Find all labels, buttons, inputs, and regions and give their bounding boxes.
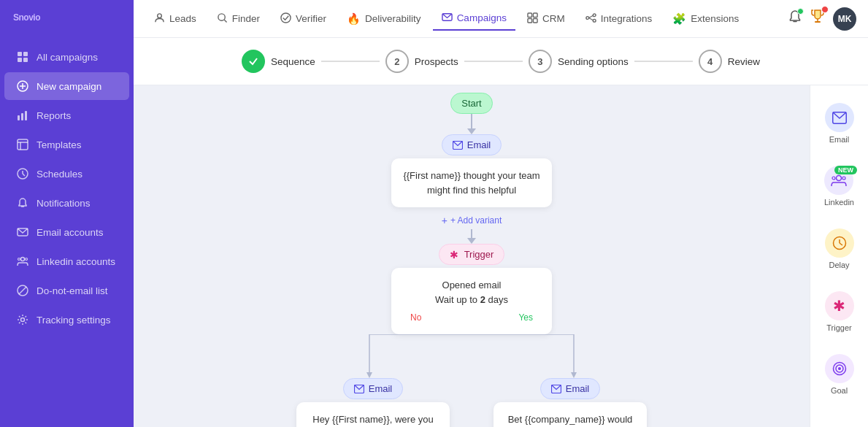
sidebar-item-new-campaign[interactable]: New campaign xyxy=(4,72,129,100)
start-node[interactable]: Start xyxy=(450,93,492,114)
svg-point-54 xyxy=(842,177,845,180)
svg-text:✱: ✱ xyxy=(450,250,458,260)
integrations-icon xyxy=(585,12,596,26)
email-card-left[interactable]: Hey {{First name}}, were you able to che… xyxy=(296,402,450,427)
nav-campaigns[interactable]: Campaigns xyxy=(433,7,515,31)
email-card-right[interactable]: Bet {{company_name}} would benefit from … xyxy=(493,402,647,427)
step-circle-4: 4 xyxy=(699,50,722,73)
connector-email-trigger xyxy=(467,229,476,244)
nav-label: CRM xyxy=(542,13,565,24)
main-content: Leads Finder Verifier 🔥 Deliverability C… xyxy=(134,0,868,427)
user-avatar[interactable]: MK xyxy=(833,7,856,31)
nav-label: Integrations xyxy=(601,13,653,24)
svg-point-20 xyxy=(26,258,28,261)
sidebar-item-all-campaigns[interactable]: All campaigns xyxy=(4,43,129,71)
svg-point-19 xyxy=(18,258,20,261)
line xyxy=(471,114,472,128)
linkedin-icon xyxy=(16,255,29,268)
email-card-1[interactable]: {{First name}} thought your team might f… xyxy=(391,158,552,207)
panel-linkedin-label: Linkedin xyxy=(824,198,854,207)
verifier-icon xyxy=(280,12,291,26)
email-pill-right[interactable]: Email xyxy=(540,378,601,399)
svg-point-23 xyxy=(21,318,25,322)
branch-connectors xyxy=(296,334,647,378)
nav-extensions[interactable]: 🧩 Extensions xyxy=(664,8,748,30)
svg-text:✱: ✱ xyxy=(833,298,845,314)
step-connector-3 xyxy=(634,61,693,62)
nav-deliverability[interactable]: 🔥 Deliverability xyxy=(338,8,430,30)
step-sending-options: 3 Sending options xyxy=(529,50,629,73)
svg-line-26 xyxy=(224,20,226,22)
grid-icon xyxy=(16,50,29,64)
panel-item-linkedin[interactable]: NEW Linkedin xyxy=(818,160,860,212)
plus-icon xyxy=(16,80,29,93)
sidebar-item-templates[interactable]: Templates xyxy=(4,131,129,158)
step-label-review: Review xyxy=(728,56,760,67)
nav-label: Campaigns xyxy=(457,12,507,23)
step-review: 4 Review xyxy=(699,50,760,73)
svg-rect-7 xyxy=(18,115,20,120)
logo: Snovio xyxy=(0,0,134,42)
svg-point-24 xyxy=(158,13,162,18)
svg-rect-31 xyxy=(528,18,532,23)
sidebar-item-label: New campaign xyxy=(37,81,101,92)
svg-rect-3 xyxy=(23,58,28,62)
sidebar-item-schedules[interactable]: Schedules xyxy=(4,160,129,188)
sidebar-item-email-accounts[interactable]: Email accounts xyxy=(4,218,129,246)
flow-diagram: Start Email {{First name}} thought your … xyxy=(296,93,647,427)
nav-integrations[interactable]: Integrations xyxy=(577,8,661,30)
email-node-left: Email Hey {{First name}}, were you able … xyxy=(296,378,450,427)
email-icon xyxy=(16,226,29,239)
svg-rect-29 xyxy=(528,12,532,17)
panel-item-email[interactable]: Email xyxy=(819,97,860,150)
sidebar-item-label: Schedules xyxy=(37,169,82,180)
campaigns-icon xyxy=(442,12,453,25)
add-variant-1[interactable]: + + Add variant xyxy=(436,212,508,229)
sidebar-item-reports[interactable]: Reports xyxy=(4,101,129,129)
svg-rect-32 xyxy=(533,18,537,23)
panel-goal-icon xyxy=(825,354,854,383)
step-prospects: 2 Prospects xyxy=(385,50,458,73)
trigger-header-label: Trigger xyxy=(464,249,494,260)
plus-icon: + xyxy=(442,215,448,226)
step-circle-1 xyxy=(242,50,265,73)
email-pill-left[interactable]: Email xyxy=(343,378,404,399)
block-icon xyxy=(16,284,29,297)
nav-crm[interactable]: CRM xyxy=(518,8,574,30)
trigger-card[interactable]: Opened email Wait up to 2 days No Yes xyxy=(391,268,552,334)
svg-point-61 xyxy=(838,367,841,370)
steps-progress-bar: Sequence 2 Prospects 3 Sending options 4… xyxy=(134,38,868,85)
trigger-days-label: days xyxy=(488,294,508,305)
svg-rect-1 xyxy=(23,52,28,56)
trophy-icon[interactable] xyxy=(810,9,826,28)
trigger-wait: Wait up to xyxy=(435,294,477,305)
clock-icon xyxy=(16,167,29,180)
panel-item-delay[interactable]: Delay xyxy=(819,223,860,275)
sidebar-item-label: Tracking settings xyxy=(37,315,111,326)
sidebar-item-label: All campaigns xyxy=(37,52,98,63)
step-circle-3: 3 xyxy=(529,50,552,73)
panel-item-goal[interactable]: Goal xyxy=(819,348,860,401)
trigger-yes-label: Yes xyxy=(518,311,533,324)
email-header-right-label: Email xyxy=(566,383,590,394)
nav-verifier[interactable]: Verifier xyxy=(272,8,335,30)
svg-rect-2 xyxy=(18,58,22,62)
sidebar-item-notifications[interactable]: Notifications xyxy=(4,189,129,217)
extensions-icon: 🧩 xyxy=(672,12,686,26)
email-pill-1[interactable]: Email xyxy=(442,134,502,155)
nav-label: Extensions xyxy=(691,13,739,24)
new-badge: NEW xyxy=(834,163,857,174)
panel-item-trigger[interactable]: ✱ Trigger xyxy=(819,285,860,338)
trigger-pill[interactable]: ✱ Trigger xyxy=(439,244,505,265)
sidebar-item-linkedin-accounts[interactable]: Linkedin accounts xyxy=(4,247,129,275)
nav-right-area: MK xyxy=(788,7,856,31)
nav-label: Verifier xyxy=(296,13,326,24)
sidebar-item-label: Reports xyxy=(37,110,71,121)
sidebar-item-do-not-email[interactable]: Do-not-email list xyxy=(4,277,129,304)
notifications-bell[interactable] xyxy=(788,9,802,28)
sidebar-item-tracking-settings[interactable]: Tracking settings xyxy=(4,306,129,334)
step-connector-2 xyxy=(464,61,523,62)
nav-finder[interactable]: Finder xyxy=(208,8,269,30)
nav-leads[interactable]: Leads xyxy=(145,8,205,30)
svg-line-36 xyxy=(588,15,593,18)
